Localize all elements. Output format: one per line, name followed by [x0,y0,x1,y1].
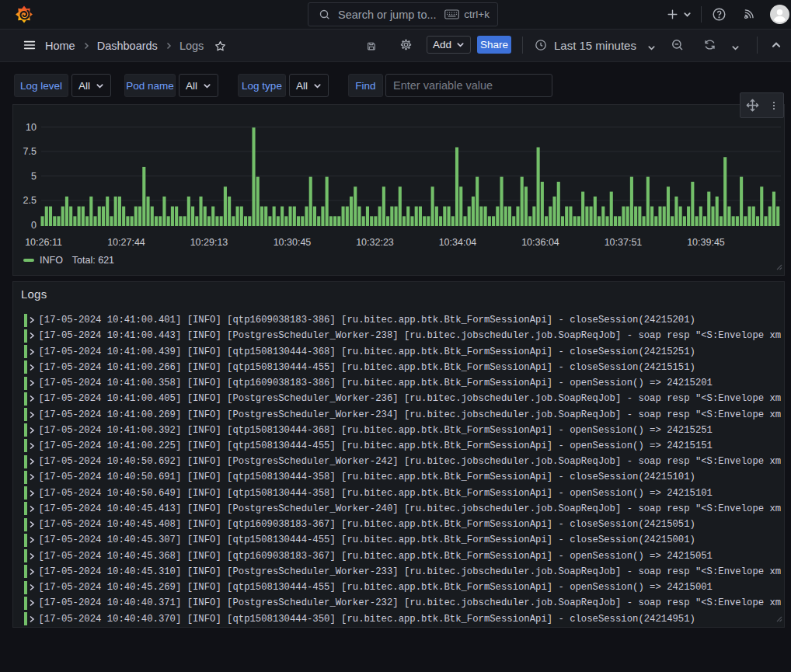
svg-text:10:27:44: 10:27:44 [107,237,145,248]
svg-text:10:30:45: 10:30:45 [274,237,312,248]
svg-text:10: 10 [26,122,37,133]
svg-text:0: 0 [31,220,37,231]
svg-text:10:37:51: 10:37:51 [605,237,643,248]
svg-text:10:39:45: 10:39:45 [687,237,725,248]
svg-text:10:26:11: 10:26:11 [25,237,62,248]
svg-text:5: 5 [31,171,37,182]
svg-text:10:34:04: 10:34:04 [439,237,477,248]
svg-text:2.5: 2.5 [23,195,37,206]
svg-text:10:36:04: 10:36:04 [521,237,559,248]
svg-text:7.5: 7.5 [23,146,37,157]
svg-text:10:32:23: 10:32:23 [356,237,394,248]
svg-text:10:29:13: 10:29:13 [190,237,228,248]
